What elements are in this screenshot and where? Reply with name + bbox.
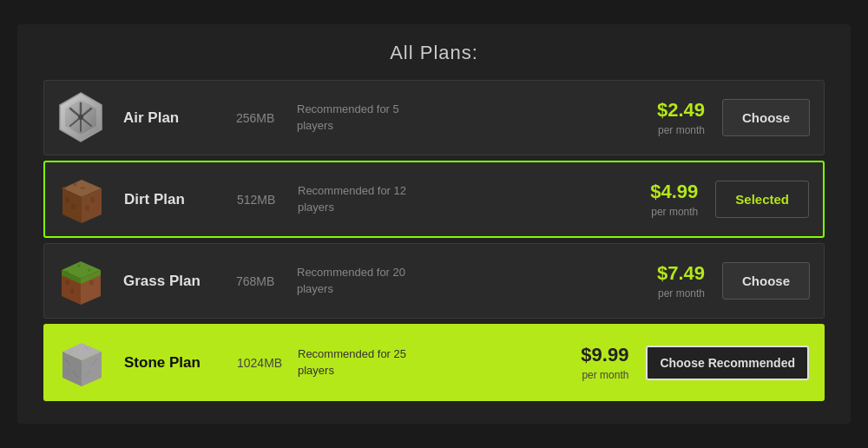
plan-recommendation-air: Recommended for 5 players bbox=[297, 102, 427, 133]
plan-row-dirt: Dirt Plan 512MB Recommended for 12 playe… bbox=[43, 161, 825, 238]
svg-rect-15 bbox=[65, 197, 69, 202]
plan-price-period-stone: per month bbox=[582, 369, 628, 381]
stone-icon bbox=[54, 334, 110, 391]
plan-row-stone: Stone Plan 1024MB Recommended for 25 pla… bbox=[43, 324, 825, 401]
choose-button-stone[interactable]: Choose Recommended bbox=[646, 346, 809, 380]
plan-row-air: Air Plan 256MB Recommended for 5 players… bbox=[43, 80, 825, 155]
air-icon bbox=[53, 89, 109, 146]
page-title: All Plans: bbox=[43, 42, 825, 64]
svg-rect-17 bbox=[90, 197, 95, 202]
svg-point-8 bbox=[78, 115, 83, 120]
choose-button-grass[interactable]: Choose bbox=[722, 262, 810, 300]
plan-memory-dirt: 512MB bbox=[237, 193, 298, 207]
plan-price-dirt: $4.99 per month bbox=[428, 181, 698, 219]
plan-price-period-dirt: per month bbox=[651, 206, 698, 218]
plan-price-air: $2.49 per month bbox=[427, 99, 705, 137]
plan-row-grass: Grass Plan 768MB Recommended for 20 play… bbox=[43, 243, 825, 319]
plan-price-amount-air: $2.49 bbox=[427, 99, 705, 122]
plan-name-grass: Grass Plan bbox=[123, 273, 236, 290]
svg-rect-28 bbox=[70, 289, 74, 293]
plan-memory-grass: 768MB bbox=[236, 274, 297, 288]
plan-price-stone: $9.99 per month bbox=[428, 344, 628, 382]
choose-button-air[interactable]: Choose bbox=[722, 99, 810, 136]
plan-name-stone: Stone Plan bbox=[124, 354, 237, 372]
plan-memory-air: 256MB bbox=[236, 111, 297, 125]
svg-rect-18 bbox=[85, 206, 89, 211]
svg-rect-16 bbox=[71, 204, 76, 209]
choose-button-dirt[interactable]: Selected bbox=[715, 181, 809, 218]
plan-recommendation-grass: Recommended for 20 players bbox=[297, 265, 427, 296]
grass-icon bbox=[53, 253, 109, 309]
plan-price-amount-stone: $9.99 bbox=[428, 344, 628, 366]
plan-memory-stone: 1024MB bbox=[237, 356, 298, 370]
plan-recommendation-stone: Recommended for 25 players bbox=[298, 346, 428, 378]
plan-name-air: Air Plan bbox=[123, 109, 236, 127]
svg-rect-27 bbox=[65, 280, 69, 285]
plan-price-period-grass: per month bbox=[658, 287, 705, 300]
plan-price-period-air: per month bbox=[658, 124, 705, 136]
plans-list: Air Plan 256MB Recommended for 5 players… bbox=[43, 80, 825, 401]
dirt-icon bbox=[54, 171, 110, 227]
plan-price-grass: $7.49 per month bbox=[427, 262, 705, 300]
plans-container: All Plans: bbox=[17, 24, 851, 424]
plan-price-amount-dirt: $4.99 bbox=[428, 181, 698, 203]
svg-rect-29 bbox=[89, 280, 94, 285]
plan-price-amount-grass: $7.49 bbox=[427, 262, 705, 285]
plan-name-dirt: Dirt Plan bbox=[124, 191, 237, 208]
plan-recommendation-dirt: Recommended for 12 players bbox=[298, 183, 428, 214]
